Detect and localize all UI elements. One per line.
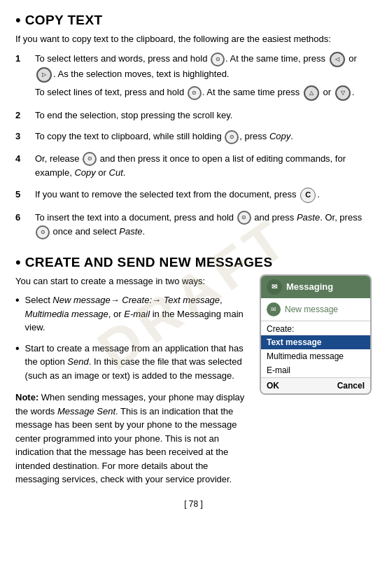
- step-5-num: 5: [15, 188, 28, 202]
- step-2-content: To end the selection, stop pressing the …: [35, 108, 372, 125]
- section2-item-2-text: Start to create a message from an applic…: [25, 342, 253, 383]
- send-option: Send: [67, 356, 88, 367]
- section2-title: CREATE AND SEND NEW MESSAGES: [25, 255, 273, 270]
- c-key-icon: C: [300, 188, 316, 203]
- nav-down-icon: ▽: [335, 85, 351, 101]
- step-1: 1 To select letters and words, press and…: [15, 52, 372, 104]
- section1-title: COPY TEXT: [25, 13, 103, 28]
- step-6: 6 To insert the text into a document, pr…: [15, 211, 372, 242]
- section2-intro: You can start to create a message in two…: [15, 274, 253, 288]
- step-6-num: 6: [15, 211, 28, 225]
- note-text: When sending messages, your phone may di…: [15, 392, 244, 484]
- phone-mockup: ✉ Messaging ✉ New message Create: Text m…: [260, 274, 372, 395]
- section2-bullet: •: [15, 255, 21, 270]
- scroll-key-icon5: ⊙: [237, 211, 251, 225]
- step-3-num: 3: [15, 130, 28, 144]
- multimedia-message-option: Multimedia message: [25, 309, 108, 319]
- step-6-content: To insert the text into a document, pres…: [35, 211, 372, 242]
- section1-body: If you want to copy text to the clipboar…: [15, 32, 372, 242]
- step-2-num: 2: [15, 108, 28, 122]
- scroll-key-icon4: ⊙: [83, 152, 97, 166]
- phone-header-title: Messaging: [286, 281, 333, 292]
- section2-text-col: You can start to create a message in two…: [15, 274, 253, 486]
- note-label: Note:: [15, 392, 38, 402]
- section2-bullet-list: Select New message→ Create:→ Text messag…: [15, 293, 253, 382]
- phone-new-message-row[interactable]: ✉ New message: [261, 298, 370, 321]
- section2-item-1-text: Select New message→ Create:→ Text messag…: [25, 293, 253, 335]
- step-2: 2 To end the selection, stop pressing th…: [15, 108, 372, 125]
- phone-header: ✉ Messaging: [261, 276, 370, 298]
- phone-menu-text-message[interactable]: Text message: [261, 335, 370, 349]
- scroll-key-icon: ⊙: [211, 52, 225, 66]
- text-message-option: Text message: [164, 295, 220, 305]
- step-4-content: Or, release ⊙ and then press it once to …: [35, 152, 372, 183]
- phone-ok-button[interactable]: OK: [267, 381, 279, 391]
- section2-header: • CREATE AND SEND NEW MESSAGES: [15, 255, 372, 270]
- phone-menu-email[interactable]: E-mail: [261, 363, 370, 377]
- email-option: E-mail: [124, 309, 150, 319]
- step-1-num: 1: [15, 52, 28, 66]
- nav-up-icon: △: [304, 85, 319, 101]
- scroll-key-icon2: ⊙: [188, 86, 202, 100]
- new-message-icon: ✉: [267, 302, 281, 316]
- step-5-content: If you want to remove the selected text …: [35, 188, 372, 206]
- step-4: 4 Or, release ⊙ and then press it once t…: [15, 152, 372, 183]
- create-label: Create:: [122, 295, 152, 305]
- messaging-icon: ✉: [267, 279, 282, 295]
- page-number: [ 78 ]: [15, 499, 372, 509]
- phone-create-label: Create:: [261, 321, 370, 335]
- step-4-num: 4: [15, 152, 28, 166]
- nav-left-icon: ◁: [330, 52, 345, 67]
- section1-header: • COPY TEXT: [15, 13, 372, 28]
- section2-item-1: Select New message→ Create:→ Text messag…: [15, 293, 253, 335]
- new-message-link: New message: [52, 295, 110, 305]
- note-section: Note: When sending messages, your phone …: [15, 391, 253, 486]
- scroll-key-icon3: ⊙: [225, 130, 239, 144]
- section2-item-2: Start to create a message from an applic…: [15, 342, 253, 383]
- phone-footer: OK Cancel: [261, 377, 370, 393]
- steps-list: 1 To select letters and words, press and…: [15, 52, 372, 242]
- new-message-label: New message: [285, 304, 338, 314]
- section1-intro: If you want to copy text to the clipboar…: [15, 32, 372, 46]
- step-3-content: To copy the text to clipboard, while sti…: [35, 130, 372, 147]
- nav-right-icon: ▷: [36, 67, 52, 83]
- section1-bullet: •: [15, 13, 21, 28]
- scroll-key-icon6: ⊙: [36, 225, 50, 239]
- phone-menu-multimedia[interactable]: Multimedia message: [261, 349, 370, 363]
- step-3: 3 To copy the text to clipboard, while s…: [15, 130, 372, 147]
- phone-cancel-button[interactable]: Cancel: [337, 381, 365, 391]
- step-1-content: To select letters and words, press and h…: [35, 52, 372, 104]
- step-5: 5 If you want to remove the selected tex…: [15, 188, 372, 206]
- section2-body: You can start to create a message in two…: [15, 274, 372, 486]
